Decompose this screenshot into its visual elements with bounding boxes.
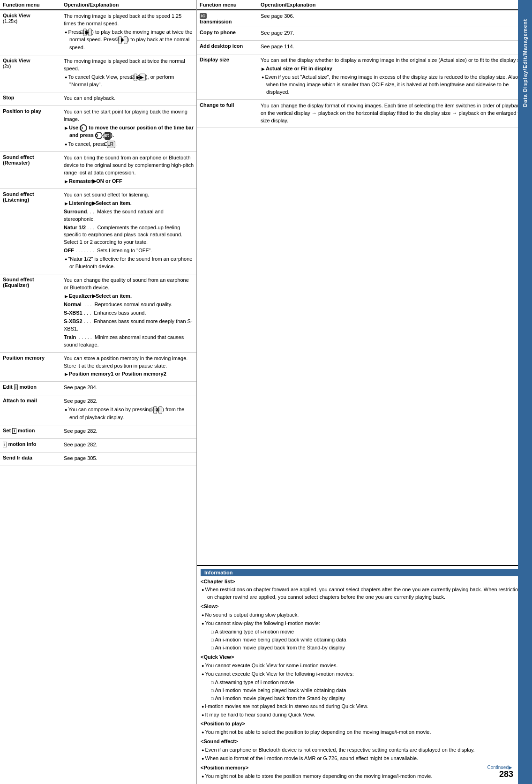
table-row: Position memory You can store a position… [0,353,196,382]
info-section-title: <Position to play> [201,720,528,728]
function-label: Copy to phone [200,30,236,35]
info-section-title: <Quick View> [201,654,528,661]
operation-text: See page 305. [64,455,194,462]
cell-function: Stop [0,92,61,103]
info-section-title: <Chapter list> [201,578,528,586]
operation-text: You can change the display format of mov… [261,102,529,125]
operation-bullet: "Natur 1/2" is effective for the sound f… [64,256,194,271]
function-label: Stop [3,95,14,100]
operation-text: You can change the quality of sound from… [64,277,194,292]
operation-text: See page 282. [64,398,194,405]
table-row: Sound effect (Remaster) You can bring th… [0,152,196,189]
cell-function: Sound effect (Remaster) [0,152,61,168]
operation-text: See page 282. [64,428,194,435]
function-label: Sound effect (Remaster) [3,154,34,166]
sub-item-text: Normal . . . Reproduces normal sound qua… [64,301,194,309]
cell-function: Position to play [0,106,61,116]
table-row: ICtransmission See page 306. [197,10,532,27]
o-icon: O [80,124,87,132]
cell-operation: See page 282. [61,439,196,452]
function-label: ICtransmission [200,13,232,24]
operation-text: See page 306. [261,13,529,20]
arrow-item: Equalizer▶Select an item. [64,293,194,300]
operation-text: The moving image is played back at the s… [64,13,194,28]
info-bullet: Even if an earphone or Bluetooth device … [201,746,528,754]
operation-text: You can end playback. [64,95,194,102]
table-row: i motion info See page 282. [0,439,196,452]
cell-function: Sound effect (Equalizer) [0,274,61,290]
right-top: Function menu Operation/Explanation ICtr… [197,0,532,565]
sub-bullet: An i-motion movie being played back whil… [201,687,528,694]
cell-function: Copy to phone [197,27,258,38]
operation-text: The moving image is played back at twice… [64,58,194,73]
cell-operation: See page 306. [258,10,532,23]
table-row: Set i motion See page 282. [0,425,196,439]
arrow-item: Use O to move the cursor position of the… [64,124,194,140]
sub-item-text: OFF . . . . . . . Sets Listening to "OFF… [64,247,194,255]
info-bullet: When restrictions on chapter forward are… [201,586,528,601]
cell-function: Quick View(1.25x) [0,10,61,26]
cell-operation: You can set sound effect for listening. … [61,189,196,274]
function-label: Change to full [200,102,234,108]
table-row: Edit i motion See page 284. [0,382,196,395]
table-row: Attach to mail See page 282. You can com… [0,395,196,425]
info-bullet: No sound is output during slow playback. [201,611,528,619]
cell-operation: See page 284. [61,382,196,395]
sub-bullet: An i-motion movie played back from the S… [201,644,528,652]
right-header-function: Function menu [197,0,258,9]
info-bullet: You might not be able to store the posit… [201,773,528,780]
cell-operation: The moving image is played back at the s… [61,10,196,55]
arrow-item: Listening▶Select an item. [64,200,194,207]
info-bullet: You cannot execute Quick View for the fo… [201,671,528,678]
operation-text: See page 114. [261,43,529,51]
table-row: Sound effect (Equalizer) You can change … [0,274,196,352]
cell-operation: You can change the display format of mov… [258,100,532,128]
cell-function: ICtransmission [197,10,258,27]
table-row: Send Ir data See page 305. [0,452,196,466]
cell-function: Set i motion [0,425,61,436]
cell-operation: You can store a position memory in the m… [61,353,196,382]
sub-bullet: An i-motion movie played back from the S… [201,695,528,702]
table-row: Copy to phone See page 297. [197,27,532,41]
function-label: Edit i motion [3,384,37,390]
cell-operation: See page 282. [61,425,196,438]
cell-operation: See page 297. [258,27,532,40]
cell-function: Add desktop icon [197,41,258,51]
arrow-item: Actual size or Fit in display [261,65,529,73]
function-label: Sound effect (Listening) [3,191,34,203]
cell-function: Send Ir data [0,452,61,463]
function-label: Position memory [3,355,45,361]
key-icon: ▶▶ [139,74,146,82]
table-row: Stop You can end playback. [0,92,196,106]
operation-text: You can set sound effect for listening. [64,191,194,199]
arrow-item: Remaster▶ON or OFF [64,178,194,185]
sub-item-text: Surround. . . Makes the sound natural an… [64,208,194,223]
table-row: Change to full You can change the displa… [197,100,532,128]
table-row: Quick View(1.25x) The moving image is pl… [0,10,196,55]
information-section: Information <Chapter list> When restrict… [197,565,532,784]
operation-bullet: You can compose it also by pressing ☑(✉)… [64,406,194,421]
table-row: Sound effect (Listening) You can set sou… [0,189,196,274]
cell-function: Edit i motion [0,382,61,392]
info-bullet: You might not be able to select the posi… [201,729,528,736]
cell-function: Sound effect (Listening) [0,189,61,205]
sub-bullet: An i-motion movie being played back whil… [201,636,528,644]
operation-text: You can store a position memory in the m… [64,355,194,370]
function-label: Set i motion [3,428,35,433]
operation-text: You can bring the sound from an earphone… [64,154,194,177]
sidebar-text: Data Display/Edit/Management [522,19,528,107]
left-column: Function menu Operation/Explanation Quic… [0,0,197,784]
key-icon: ▶ [88,29,92,37]
operation-text: You can set the display whether to displ… [261,57,529,64]
function-label: Sound effect (Equalizer) [3,277,34,288]
table-row: Add desktop icon See page 114. [197,41,532,54]
operation-text: See page 282. [64,441,194,449]
cell-operation: See page 114. [258,41,532,54]
right-header-operation: Operation/Explanation [258,0,532,9]
right-table-header: Function menu Operation/Explanation [197,0,532,10]
right-column: Function menu Operation/Explanation ICtr… [197,0,532,784]
sub-item-text: Natur 1/2 . . . Complements the cooped-u… [64,224,194,247]
operation-bullet: Press ☑(▶) to play back the moving image… [64,29,194,52]
set-btn: Set [105,132,111,140]
info-bullet: When audio format of the i-motion movie … [201,755,528,762]
